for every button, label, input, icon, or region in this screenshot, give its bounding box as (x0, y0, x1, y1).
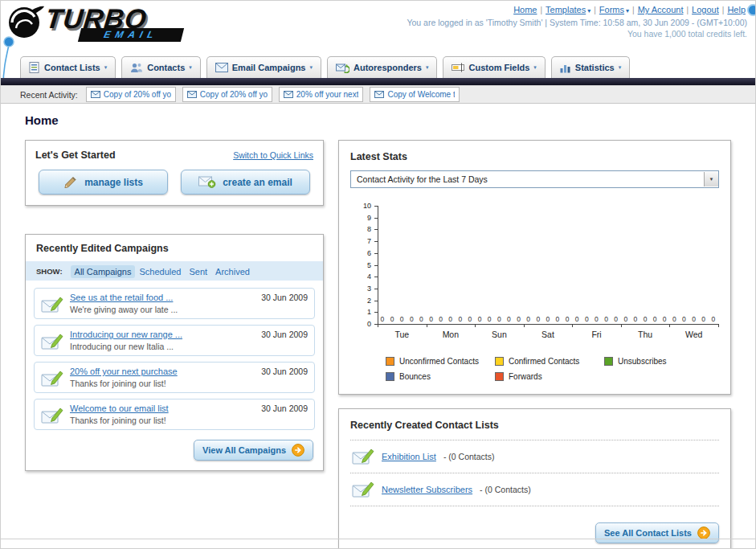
show-label: SHOW: (36, 267, 63, 276)
chevron-down-icon: ▾ (309, 64, 313, 71)
bar-value-label: 0 (701, 315, 705, 323)
campaign-title-link[interactable]: See us at the retail food ... (70, 293, 250, 302)
chevron-down-icon: ▼ (704, 172, 718, 186)
legend-item-bounces: Bounces (386, 372, 495, 381)
tab-custom-fields[interactable]: Custom Fields▾ (443, 56, 545, 78)
bar-value-label: 0 (468, 315, 472, 323)
create-email-button[interactable]: create an email (181, 170, 310, 195)
y-axis-tick-label: 3 (353, 285, 371, 293)
legend-swatch (495, 372, 504, 381)
bar-value-label: 0 (672, 315, 676, 323)
stats-period-select[interactable]: Contact Activity for the Last 7 Days ▼ (350, 170, 719, 188)
switch-quick-links-link[interactable]: Switch to Quick Links (233, 150, 313, 160)
logo: TURBO EMAIL (7, 2, 182, 42)
campaign-filters: All CampaignsScheduledSentArchived (71, 264, 254, 278)
recent-activity-label: Recent Activity: (20, 90, 78, 100)
nav-link-separator: | (594, 6, 596, 14)
recent-activity-item-label: Copy of Welcome to (387, 90, 455, 99)
x-axis-tick (427, 324, 427, 327)
bar-value-label: 0 (448, 315, 452, 323)
bar-value-label: 0 (575, 315, 579, 323)
envelope-icon (91, 91, 100, 98)
tab-contacts[interactable]: Contacts▾ (121, 56, 201, 78)
tab-autoresponders[interactable]: Autoresponders▾ (327, 56, 437, 78)
filter-sent[interactable]: Sent (185, 265, 211, 278)
campaign-date: 30 Jun 2009 (261, 367, 308, 388)
email-campaigns-icon (215, 63, 228, 72)
tab-email-campaigns[interactable]: Email Campaigns▾ (206, 56, 321, 78)
nav-link-logout[interactable]: Logout (692, 5, 719, 14)
view-all-campaigns-button[interactable]: View All Campaigns (194, 440, 313, 461)
nav-underline-bar (1, 78, 755, 85)
bar-value-label: 0 (682, 315, 686, 323)
campaign-title-link[interactable]: 20% off your next purchase (70, 367, 250, 376)
x-axis-tick (718, 324, 719, 327)
campaign-date: 30 Jun 2009 (261, 330, 308, 351)
bar-value-label: 0 (663, 315, 667, 323)
bar-value-label: 0 (546, 315, 550, 323)
envelope-icon (374, 91, 384, 98)
legend-label: Confirmed Contacts (509, 357, 579, 366)
header-nav-links: Home|Templates▾|Forms▾|My Account|Logout… (407, 5, 747, 14)
nav-link-templates[interactable]: Templates▾ (546, 5, 590, 14)
nav-link-help[interactable]: Help (727, 5, 746, 14)
latest-stats-panel: Latest Stats Contact Activity for the La… (338, 140, 731, 395)
contact-list-detail: - (0 Contacts) (480, 485, 531, 494)
tab-statistics[interactable]: Statistics▾ (551, 56, 630, 78)
x-axis-category-label: Sat (532, 330, 564, 339)
bar-value-label: 0 (556, 315, 560, 323)
filter-all-campaigns[interactable]: All Campaigns (71, 265, 136, 278)
chevron-down-icon: ▾ (104, 64, 108, 71)
bar-value-label: 0 (478, 315, 482, 323)
x-axis-tick (572, 324, 573, 327)
legend-item-unsubscribes: Unsubscribes (604, 357, 713, 366)
chevron-down-icon: ▾ (189, 64, 192, 71)
bar-value-label: 0 (526, 315, 530, 323)
legend-label: Unsubscribes (618, 357, 667, 366)
logo-text: TURBO EMAIL (46, 4, 182, 42)
contact-list-link[interactable]: Newsletter Subscribers (382, 485, 472, 494)
envelope-pencil-icon (41, 331, 63, 351)
arrow-circle-icon (697, 526, 710, 539)
nav-link-forms[interactable]: Forms▾ (599, 5, 629, 14)
header: TURBO EMAIL Home|Templates▾|Forms▾|My Ac… (1, 1, 755, 54)
contact-list-detail: - (0 Contacts) (443, 452, 495, 461)
x-axis-category-label: Mon (435, 330, 467, 339)
recent-activity-items: Copy of 20% off yoCopy of 20% off yo20% … (86, 87, 460, 102)
page-title: Home (25, 113, 731, 127)
campaign-date: 30 Jun 2009 (261, 404, 308, 425)
create-email-label: create an email (223, 177, 292, 188)
legend-label: Forwards (509, 372, 542, 381)
nav-link-home[interactable]: Home (513, 5, 537, 14)
see-all-contact-lists-label: See All Contact Lists (604, 528, 692, 538)
nav-link-separator: | (540, 6, 542, 14)
y-axis-tick-label: 7 (353, 237, 371, 245)
filter-archived[interactable]: Archived (211, 265, 254, 278)
legend-swatch (386, 372, 394, 381)
nav-link-my-account[interactable]: My Account (638, 5, 684, 14)
x-axis-tick (475, 324, 476, 327)
chevron-down-icon: ▾ (533, 64, 537, 71)
filter-scheduled[interactable]: Scheduled (135, 265, 185, 278)
see-all-contact-lists-button[interactable]: See All Contact Lists (595, 522, 719, 543)
y-axis-tick-label: 6 (353, 249, 371, 257)
recent-activity-item[interactable]: Copy of 20% off yo (182, 87, 272, 102)
campaign-date: 30 Jun 2009 (261, 293, 308, 314)
envelope-plus-icon (198, 176, 216, 188)
nav-link-separator: | (632, 6, 635, 14)
recent-activity-item[interactable]: 20% off your next (279, 87, 364, 102)
logo-subtitle: EMAIL (78, 28, 184, 42)
y-axis-tick-label: 1 (353, 308, 371, 316)
campaign-title-link[interactable]: Welcome to our email list (70, 404, 250, 413)
manage-lists-button[interactable]: manage lists (39, 170, 168, 195)
bar-value-label: 0 (419, 315, 423, 323)
contact-list-link[interactable]: Exhibition List (382, 452, 436, 461)
bar-value-label: 0 (614, 315, 618, 323)
recent-activity-item[interactable]: Copy of 20% off yo (86, 87, 176, 102)
chevron-down-icon: ▾ (626, 7, 629, 14)
edge-dot-decoration (747, 4, 756, 16)
campaign-title-link[interactable]: Introducing our new range ... (70, 330, 250, 339)
tab-contact-lists[interactable]: Contact Lists▾ (20, 56, 116, 78)
recent-activity-item[interactable]: Copy of Welcome to (370, 87, 460, 102)
legend-swatch (604, 357, 613, 366)
